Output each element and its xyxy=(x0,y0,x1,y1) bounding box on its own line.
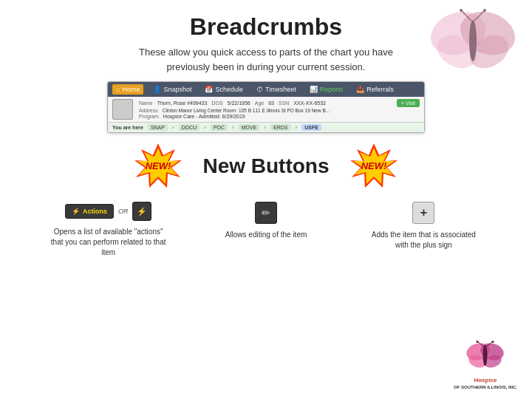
svg-point-23 xyxy=(492,341,494,343)
patient-name: Thorn, Rose #499433 xyxy=(157,100,208,106)
screenshot-mockup: ⌂ Home 👤 Snapshot 📅 Schedule ⏱ Timesheet… xyxy=(107,81,425,133)
new-badge-right: NEW! xyxy=(344,142,403,190)
schedule-icon: 📅 xyxy=(205,86,213,93)
breadcrumb-usfe[interactable]: USFE xyxy=(301,124,321,131)
breadcrumb-snap[interactable]: SNAP xyxy=(148,124,168,131)
plus-button-col: + Adds the item that is associated with … xyxy=(364,202,482,258)
edit-button[interactable]: ✏ xyxy=(255,202,277,224)
breadcrumb-erds[interactable]: ERDS xyxy=(270,124,290,131)
timesheet-icon: ⏱ xyxy=(256,86,263,93)
nav-reports[interactable]: 📊 Reports xyxy=(306,84,347,95)
svg-point-7 xyxy=(460,9,463,12)
actions-button[interactable]: ⚡ Actions xyxy=(65,204,114,219)
actions-button-col: ⚡ Actions OR ⚡ Opens a list of available… xyxy=(50,202,168,258)
arrow-sep-3: › xyxy=(232,124,234,131)
hospice-logo: Hospice OF SOUTHERN ILLINOIS, INC. xyxy=(454,341,517,390)
patient-info-bar: Name Thorn, Rose #499433 DOS 5/22/1956 A… xyxy=(108,97,424,122)
patient-address: Clinton Manor Living Center Room: 105 B … xyxy=(163,108,330,113)
edit-button-row: ✏ xyxy=(255,202,277,224)
actions-description: Opens a list of available "actions" that… xyxy=(50,227,168,258)
nav-home[interactable]: ⌂ Home xyxy=(112,84,143,95)
svg-point-19 xyxy=(483,345,488,366)
nav-timesheet[interactable]: ⏱ Timesheet xyxy=(253,84,300,95)
breadcrumb-poc[interactable]: POC xyxy=(211,124,228,131)
nav-schedule[interactable]: 📅 Schedule xyxy=(201,84,247,95)
patient-dos: 5/22/1956 xyxy=(228,100,250,106)
new-buttons-title: New Buttons xyxy=(202,154,329,178)
new-badge-left: NEW! xyxy=(129,142,188,190)
patient-ssn: XXX-XX-6532 xyxy=(293,100,326,106)
actions-button-row: ⚡ Actions OR ⚡ xyxy=(65,202,152,221)
arrow-sep-4: › xyxy=(264,124,266,131)
edit-button-col: ✏ Allows editing of the item xyxy=(207,202,325,258)
plus-button[interactable]: + xyxy=(412,202,434,224)
patient-address-row: Address Clinton Manor Living Center Room… xyxy=(139,108,420,113)
hospice-butterfly-icon xyxy=(465,341,505,374)
referrals-icon: 📤 xyxy=(356,86,364,93)
plus-button-row: + xyxy=(412,202,434,224)
breadcrumb-move[interactable]: MOVE xyxy=(239,124,260,131)
breadcrumb-bar: You are here SNAP › DOCU › POC › MOVE › … xyxy=(108,122,424,132)
lightning-icon-right: ⚡ xyxy=(137,207,147,216)
breadcrumb-docu[interactable]: DOCU xyxy=(179,124,200,131)
you-are-here-label: You are here xyxy=(112,125,143,130)
patient-program: Hospice Care - Admitted: 8/29/2019 xyxy=(163,114,245,119)
nav-snapshot[interactable]: 👤 Snapshot xyxy=(149,84,195,95)
svg-text:NEW!: NEW! xyxy=(361,160,386,171)
patient-program-row: Program Hospice Care - Admitted: 8/29/20… xyxy=(139,114,420,119)
patient-avatar xyxy=(112,99,133,120)
nav-bar: ⌂ Home 👤 Snapshot 📅 Schedule ⏱ Timesheet… xyxy=(108,82,424,97)
patient-details: Name Thorn, Rose #499433 DOS 5/22/1956 A… xyxy=(139,99,420,120)
svg-point-8 xyxy=(483,9,486,12)
lightning-icon-left: ⚡ xyxy=(72,208,80,215)
new-buttons-section: NEW! New Buttons NEW! xyxy=(0,142,532,190)
plus-description: Adds the item that is associated with th… xyxy=(364,230,482,250)
buttons-demo: ⚡ Actions OR ⚡ Opens a list of available… xyxy=(0,202,532,258)
patient-age: 63 xyxy=(268,100,274,106)
arrow-sep-5: › xyxy=(296,124,298,131)
nav-referrals[interactable]: 📤 Referrals xyxy=(352,84,398,95)
name-label: Name xyxy=(139,100,153,106)
arrow-sep-1: › xyxy=(172,124,174,131)
svg-point-22 xyxy=(477,341,479,343)
visit-button[interactable]: + Visit xyxy=(397,99,420,107)
hospice-name: Hospice OF SOUTHERN ILLINOIS, INC. xyxy=(454,377,517,390)
arrow-sep-2: › xyxy=(204,124,206,131)
patient-name-row: Name Thorn, Rose #499433 DOS 5/22/1956 A… xyxy=(139,99,420,107)
home-icon: ⌂ xyxy=(116,86,120,93)
decorative-butterfly-top xyxy=(429,7,517,81)
edit-icon: ✏ xyxy=(262,207,270,219)
snapshot-icon: 👤 xyxy=(153,86,161,93)
actions-lightning-button[interactable]: ⚡ xyxy=(132,202,151,221)
reports-icon: 📊 xyxy=(310,86,318,93)
or-label: OR xyxy=(118,208,129,215)
svg-text:NEW!: NEW! xyxy=(146,160,171,171)
svg-point-4 xyxy=(469,20,477,61)
plus-icon: + xyxy=(420,206,427,219)
edit-description: Allows editing of the item xyxy=(225,230,307,240)
